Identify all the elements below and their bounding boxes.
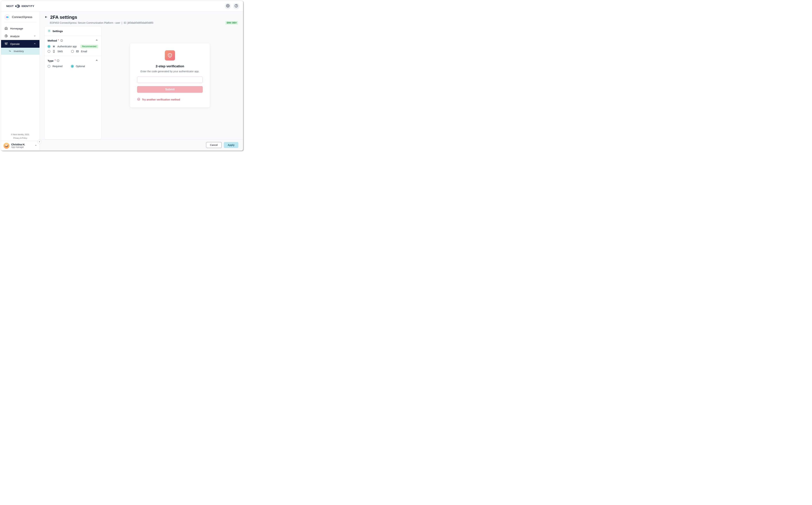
help-icon-button[interactable] <box>233 3 239 9</box>
apply-button[interactable]: Apply <box>224 142 238 148</box>
shield-icon <box>165 50 175 60</box>
project-selector[interactable]: ConnectXpress <box>1 11 39 22</box>
analyze-icon <box>5 34 8 38</box>
verification-code-input[interactable] <box>137 76 203 83</box>
svg-point-13 <box>6 44 6 44</box>
page-title: 2FA settings <box>50 15 77 20</box>
sidebar-item-homepage[interactable]: Homepage <box>1 25 39 32</box>
legal-link[interactable]: Privacy & Policy <box>1 137 39 139</box>
id-label: ID: <box>124 21 127 24</box>
avatar <box>4 143 9 149</box>
brand-text-left: NEXT <box>6 5 14 8</box>
preview-area: 2-step verification Enter the code gener… <box>101 26 238 139</box>
project-badge-icon <box>5 15 10 20</box>
preview-card: 2-step verification Enter the code gener… <box>130 43 210 108</box>
breadcrumb-context: EDP453 ConnectXpress: Secure Communicati… <box>50 21 120 24</box>
sidebar-collapse-button[interactable] <box>37 140 41 144</box>
preview-subtitle: Enter the code generated by your authent… <box>140 70 199 73</box>
user-menu[interactable]: Christina H. App manager <box>1 141 39 150</box>
try-another-label: Try another verification method <box>142 98 180 101</box>
type-section: Type* Required <box>44 56 101 71</box>
sidebar-item-operate[interactable]: Operate <box>1 40 39 48</box>
sidebar-item-label: Operate <box>10 42 20 45</box>
sidebar-item-analyze[interactable]: Analyze <box>1 32 39 40</box>
id-value: jbf3dabf3d6f3dabf3d6f3 <box>127 21 153 24</box>
sidebar-sub-inventory[interactable]: Inventory <box>1 48 39 55</box>
type-option-required[interactable]: Required <box>47 65 63 68</box>
submit-button[interactable]: Submit <box>137 86 203 93</box>
preview-title: 2-step verification <box>156 64 184 68</box>
method-option-email[interactable]: Email <box>71 50 87 53</box>
svg-point-15 <box>49 30 50 31</box>
gear-icon <box>226 4 230 8</box>
user-name: Christina H. <box>11 143 25 146</box>
page-footer: Cancel Apply <box>40 139 243 150</box>
project-name: ConnectXpress <box>12 15 32 19</box>
sidebar-item-label: Inventory <box>14 50 24 53</box>
cancel-button[interactable]: Cancel <box>206 142 222 148</box>
info-icon[interactable] <box>57 59 60 62</box>
option-label: Authenticator app <box>57 45 77 48</box>
phone-icon <box>52 50 55 53</box>
page-header: 2FA settings EDP453 ConnectXpress: Secur… <box>40 11 243 26</box>
sub-arrow-icon <box>9 50 12 53</box>
asterisk-icon <box>52 45 55 48</box>
info-icon[interactable] <box>60 39 63 42</box>
settings-panel: Settings Method* <box>44 26 101 139</box>
required-asterisk: * <box>54 59 55 62</box>
brand-logo-icon <box>15 4 20 8</box>
method-option-sms[interactable]: SMS <box>47 50 63 53</box>
recommended-badge: Recommended <box>80 45 98 48</box>
svg-point-6 <box>227 5 228 6</box>
method-section: Method* <box>44 36 101 56</box>
svg-point-24 <box>139 99 139 100</box>
settings-icon-button[interactable] <box>225 3 231 9</box>
help-icon <box>235 4 238 8</box>
chevron-up-icon <box>33 42 36 45</box>
sidebar-item-label: Analyze <box>10 35 19 38</box>
method-title: Method <box>47 39 57 42</box>
svg-point-23 <box>138 99 139 100</box>
sidebar: ConnectXpress Homepage Analyze <box>1 11 40 150</box>
type-title: Type <box>47 59 53 62</box>
sidebar-footer: © Next Identity, 2023. Privacy & Policy <box>1 134 39 141</box>
chevron-up-icon <box>34 144 37 147</box>
radio-unchecked-icon <box>47 50 50 53</box>
svg-point-14 <box>7 43 7 43</box>
svg-point-22 <box>138 99 138 100</box>
email-icon <box>76 50 79 53</box>
required-asterisk: * <box>58 39 59 42</box>
svg-point-20 <box>170 56 170 56</box>
breadcrumb-sep: | <box>122 21 122 24</box>
radio-unchecked-icon <box>71 50 74 53</box>
gear-icon <box>47 29 51 33</box>
section-toggle[interactable] <box>95 39 98 42</box>
option-label: Email <box>81 50 87 53</box>
chevron-left-icon <box>38 140 40 143</box>
type-option-optional[interactable]: Optional <box>71 65 85 68</box>
option-label: SMS <box>57 50 63 53</box>
radio-unchecked-icon <box>47 65 50 68</box>
app-frame: NEXT IDENTITY <box>1 1 243 151</box>
submit-label: Submit <box>165 88 175 91</box>
brand-text-right: IDENTITY <box>21 5 34 8</box>
main-content: 2FA settings EDP453 ConnectXpress: Secur… <box>40 11 243 150</box>
settings-panel-header: Settings <box>44 26 101 36</box>
brand-logo: NEXT IDENTITY <box>6 4 34 8</box>
env-badge: ENV: DEV <box>225 21 238 25</box>
home-icon <box>5 27 8 30</box>
chevron-down-icon <box>33 35 36 38</box>
method-option-authenticator[interactable]: Authenticator app Recommended <box>47 45 98 48</box>
svg-point-12 <box>5 43 5 43</box>
user-role: App manager <box>11 146 25 148</box>
option-label: Optional <box>76 65 85 68</box>
radio-checked-icon <box>71 65 74 68</box>
chat-icon <box>137 98 140 101</box>
settings-panel-title: Settings <box>52 30 63 33</box>
svg-point-10 <box>7 16 9 18</box>
copyright-text: © Next Identity, 2023. <box>1 134 39 136</box>
back-button[interactable] <box>44 15 48 19</box>
apply-label: Apply <box>228 144 235 146</box>
section-toggle[interactable] <box>95 59 98 62</box>
try-another-link[interactable]: Try another verification method <box>137 98 180 101</box>
